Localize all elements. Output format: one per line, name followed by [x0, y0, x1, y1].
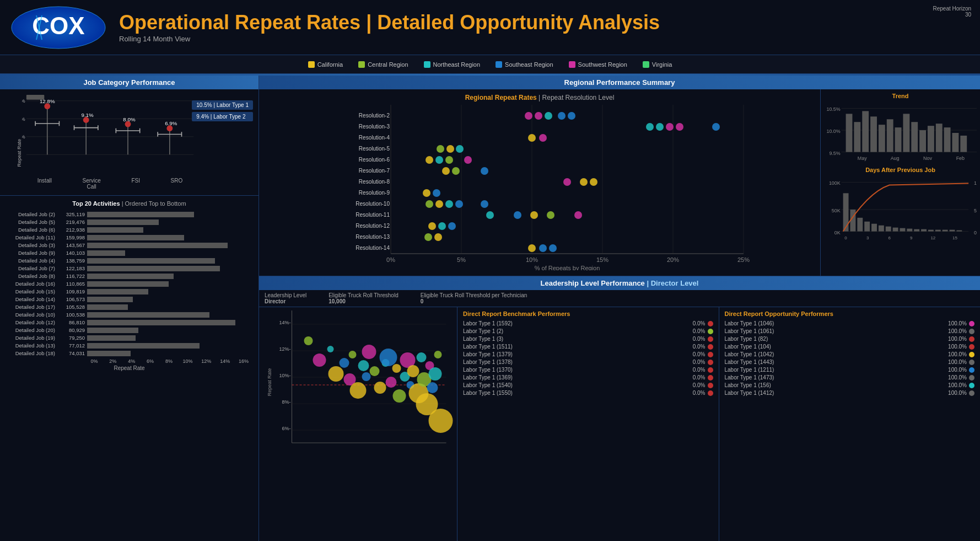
x-label-service: ServiceCall	[82, 178, 100, 190]
bar-value: 212,938	[57, 227, 85, 233]
list-item: Labor Type 1 (2) 0.0%	[463, 328, 713, 334]
bar-value: 86,810	[57, 319, 85, 325]
svg-text:10%: 10%	[22, 98, 25, 104]
header: COX Operational Repeat Rates | Detailed …	[0, 0, 980, 55]
svg-point-207	[427, 382, 438, 393]
svg-rect-149	[886, 227, 891, 232]
perf-name: Labor Type 1 (3)	[463, 336, 681, 342]
svg-point-181	[313, 353, 326, 367]
regional-section: Regional Performance Summary Regional Re…	[259, 76, 980, 276]
svg-text:9.5%: 9.5%	[829, 151, 840, 156]
svg-point-66	[545, 112, 552, 120]
svg-point-203	[417, 352, 427, 362]
perf-dot	[708, 352, 713, 357]
bar-label: Detailed Job (14)	[6, 296, 55, 302]
dot-plot-subtitle: | Repeat Resolution Level	[539, 94, 614, 101]
svg-text:Resolution-13: Resolution-13	[356, 234, 390, 240]
top20-title-span: | Ordered Top to Bottom	[122, 200, 186, 207]
list-item: Labor Type 1 (1370) 0.0%	[463, 367, 713, 373]
perf-val: 100.0%	[942, 351, 967, 357]
x-tick: 6%	[141, 358, 160, 364]
info-label-2: Eligible Truck Roll Threshold	[329, 292, 399, 298]
svg-rect-120	[887, 119, 893, 152]
bar-label: Detailed Job (20)	[6, 327, 55, 333]
perf-dot	[969, 321, 974, 326]
lollipop-chart: 10% 5% 0% 12.8%	[22, 95, 198, 167]
svg-text:6: 6	[889, 235, 891, 240]
svg-text:14%-: 14%-	[279, 320, 290, 325]
bar-label: Detailed Job (2)	[6, 211, 55, 217]
perf-name: Labor Type 1 (82)	[725, 336, 943, 342]
table-row: Detailed Job (14)106,573	[6, 296, 253, 302]
svg-point-89	[423, 189, 430, 197]
x-tick: 16%	[234, 358, 253, 364]
title-prefix: Operational Repeat Rates |	[119, 11, 377, 34]
info-value-3: 0	[421, 298, 424, 304]
legend-item-southwest-region: Southwest Region	[569, 61, 627, 68]
svg-rect-125	[928, 126, 934, 152]
table-row: Detailed Job (16)110,865	[6, 281, 253, 287]
bar-track	[87, 219, 253, 225]
svg-text:% of Repeats by Region: % of Repeats by Region	[535, 265, 600, 270]
svg-text:6%-: 6%-	[282, 426, 290, 431]
svg-text:5%: 5%	[457, 256, 466, 263]
svg-point-191	[370, 366, 380, 376]
svg-point-192	[374, 382, 386, 394]
table-row: Detailed Job (3)143,567	[6, 242, 253, 248]
svg-point-184	[340, 358, 349, 368]
svg-text:Resolution-10: Resolution-10	[356, 201, 390, 207]
svg-point-93	[445, 200, 453, 208]
bar-track	[87, 235, 253, 240]
svg-text:100K: 100K	[829, 180, 841, 186]
table-row: Detailed Job (8)116,722	[6, 273, 253, 279]
perf-name: Labor Type 1 (1412)	[725, 390, 943, 396]
legend-bar: CaliforniaCentral RegionNortheast Region…	[0, 55, 980, 74]
table-row: Detailed Job (20)80,929	[6, 327, 253, 333]
table-row: Detailed Job (12)86,81013.5%	[6, 319, 253, 325]
svg-point-107	[539, 244, 547, 252]
list-item: Labor Type 1 (104) 100.0%	[725, 344, 975, 350]
x-tick: 8%	[160, 358, 179, 364]
bar-fill	[87, 351, 131, 356]
list-item: Labor Type 1 (156) 100.0%	[725, 382, 975, 388]
perf-dot	[969, 375, 974, 381]
opportunity-rows: Labor Type 1 (1046) 100.0% Labor Type 1 …	[725, 320, 975, 396]
leadership-title: Leadership Level Performance	[541, 279, 645, 287]
table-row: Detailed Job (19)79,250	[6, 335, 253, 341]
svg-text:10.0%: 10.0%	[826, 128, 840, 134]
list-item: Labor Type 1 (82) 100.0%	[725, 336, 975, 342]
bar-fill	[87, 243, 228, 248]
legend-item-virginia: Virginia	[643, 61, 672, 68]
svg-point-189	[362, 372, 371, 381]
dot-plot-title-strong: Regional Repeat Rates	[465, 94, 537, 101]
perf-dot	[969, 344, 974, 350]
bar-track	[87, 328, 253, 333]
svg-text:3: 3	[866, 235, 869, 240]
svg-text:0%: 0%	[974, 230, 977, 235]
svg-point-83	[442, 167, 450, 175]
bar-track	[87, 227, 253, 233]
perf-name: Labor Type 1 (1370)	[463, 367, 681, 373]
bar-label: Detailed Job (6)	[6, 227, 55, 233]
perf-dot	[969, 360, 974, 365]
svg-text:Resolution-9: Resolution-9	[359, 190, 390, 196]
bar-fill	[87, 320, 235, 325]
table-row: Detailed Job (6)212,938	[6, 227, 253, 233]
legend-color-southwest-region	[569, 61, 575, 68]
perf-name: Labor Type 1 (2)	[463, 328, 681, 334]
perf-dot	[969, 336, 974, 342]
perf-val: 100.0%	[942, 390, 967, 396]
repeat-horizon: Repeat Horizon 30	[933, 6, 971, 18]
bar-fill	[87, 289, 148, 294]
svg-text:15%: 15%	[596, 256, 609, 263]
bar-fill	[87, 328, 138, 333]
table-row: Detailed Job (11)159,998	[6, 234, 253, 240]
svg-text:Resolution-8: Resolution-8	[359, 179, 390, 185]
list-item: Labor Type 1 (1378) 0.0%	[463, 359, 713, 365]
svg-text:10%: 10%	[526, 256, 538, 263]
svg-rect-153	[914, 229, 919, 232]
svg-point-196	[392, 364, 401, 373]
list-item: Labor Type 1 (1042) 100.0%	[725, 351, 975, 357]
table-row: Detailed Job (9)140,1031.5%	[6, 250, 253, 256]
perf-dot	[969, 352, 974, 357]
